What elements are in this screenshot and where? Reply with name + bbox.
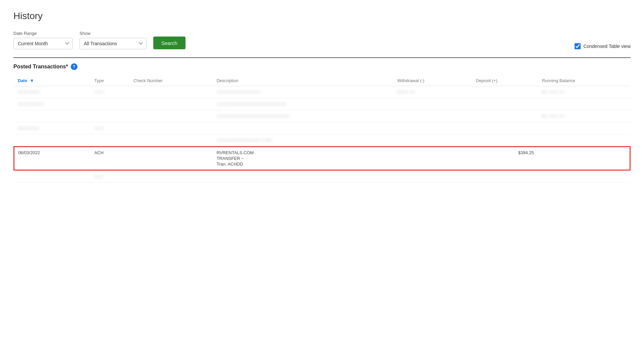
table-row[interactable]: 06/03/2022ACHRVRENTALS.COMTRANSFER ~Tran… bbox=[14, 146, 630, 170]
cell-date: 06/02/2022 bbox=[14, 122, 90, 134]
cell-deposit bbox=[472, 86, 538, 98]
cell-date: XXXXXXXXX bbox=[14, 98, 90, 110]
cell-type bbox=[90, 110, 129, 122]
cell-running-balance: $X,XXX.XX bbox=[538, 86, 630, 98]
cell-deposit: $394.25 bbox=[472, 146, 538, 170]
cell-date bbox=[14, 170, 90, 183]
section-divider bbox=[13, 57, 631, 58]
table-row[interactable]: XXXXXXXXXXXXXXXXXXXXXXXXXXXXXXXXX bbox=[14, 98, 630, 110]
date-range-select[interactable]: Current Month Last Month Last 3 Months L… bbox=[13, 38, 73, 49]
cell-withdrawal bbox=[393, 134, 472, 147]
cell-description bbox=[213, 122, 393, 134]
table-row[interactable]: XXXXXXXXXXXXXXX.COM bbox=[14, 134, 630, 147]
cell-description bbox=[213, 170, 393, 183]
search-button[interactable]: Search bbox=[153, 37, 185, 49]
cell-check-number bbox=[129, 170, 213, 183]
date-range-label: Date Range bbox=[13, 31, 73, 36]
cell-withdrawal: $XXX.XX bbox=[393, 86, 472, 98]
page-title: History bbox=[13, 11, 631, 21]
filter-row: Date Range Current Month Last Month Last… bbox=[13, 31, 185, 49]
col-header-check: Check Number bbox=[129, 75, 213, 86]
col-header-withdrawal: Withdrawal (-) bbox=[393, 75, 472, 86]
show-label: Show bbox=[79, 31, 147, 36]
cell-description: RVRENTALS.COMTRANSFER ~Tran: ACHDD bbox=[213, 146, 393, 170]
cell-description: XXXXXXXXXXXXXXX.COM bbox=[213, 134, 393, 147]
page-container: History Date Range Current Month Last Mo… bbox=[0, 0, 644, 193]
table-row[interactable]: ACH bbox=[14, 170, 630, 183]
col-header-type: Type bbox=[90, 75, 129, 86]
cell-date: 06/03/2022 bbox=[14, 146, 90, 170]
description-line: TRANSFER ~ bbox=[217, 156, 389, 161]
cell-date bbox=[14, 134, 90, 147]
section-title-text: Posted Transactions* bbox=[13, 64, 68, 70]
top-controls: Date Range Current Month Last Month Last… bbox=[13, 31, 631, 49]
cell-check-number bbox=[129, 98, 213, 110]
cell-running-balance bbox=[538, 98, 630, 110]
condensed-view-control: Condensed Table view bbox=[575, 43, 631, 49]
cell-check-number bbox=[129, 134, 213, 147]
cell-date bbox=[14, 110, 90, 122]
cell-check-number bbox=[129, 122, 213, 134]
cell-check-number bbox=[129, 86, 213, 98]
table-row[interactable]: 06/02/2022ACH bbox=[14, 122, 630, 134]
cell-running-balance bbox=[538, 122, 630, 134]
cell-type: ACH bbox=[90, 122, 129, 134]
col-header-deposit: Deposit (+) bbox=[472, 75, 538, 86]
cell-description: XXXXXXXXXXXXXXXXXXXXXXXX bbox=[213, 98, 393, 110]
cell-check-number bbox=[129, 146, 213, 170]
table-row[interactable]: XXXXXXXXXXXXXXXXXXXXXXXXX$X,XXX.XX bbox=[14, 110, 630, 122]
cell-running-balance bbox=[538, 170, 630, 183]
condensed-view-checkbox[interactable] bbox=[575, 43, 581, 49]
cell-deposit bbox=[472, 170, 538, 183]
cell-running-balance bbox=[538, 146, 630, 170]
cell-withdrawal bbox=[393, 98, 472, 110]
cell-type bbox=[90, 134, 129, 147]
cell-description: XXXXXXXXXXXXXXXXXXXXXXXXX bbox=[213, 110, 393, 122]
cell-withdrawal bbox=[393, 170, 472, 183]
col-header-description: Description bbox=[213, 75, 393, 86]
description-line: Tran: ACHDD bbox=[217, 162, 389, 167]
cell-withdrawal bbox=[393, 146, 472, 170]
col-header-running-balance: Running Balance bbox=[538, 75, 630, 86]
condensed-view-label: Condensed Table view bbox=[583, 44, 631, 49]
cell-deposit bbox=[472, 110, 538, 122]
cell-date: 06/01/2022 bbox=[14, 86, 90, 98]
posted-transactions-section: Posted Transactions* ? Date ▼ Type Check… bbox=[13, 63, 631, 183]
description-line: RVRENTALS.COM bbox=[217, 150, 389, 155]
table-row[interactable]: 06/01/2022ACHXXXXXXXXXXXXXXX$XXX.XX$X,XX… bbox=[14, 86, 630, 98]
show-select[interactable]: All Transactions Deposits Only Withdrawa… bbox=[79, 38, 147, 49]
cell-type: ACH bbox=[90, 146, 129, 170]
transactions-table: Date ▼ Type Check Number Description Wit… bbox=[13, 75, 631, 183]
cell-running-balance: $X,XXX.XX bbox=[538, 110, 630, 122]
col-header-date[interactable]: Date ▼ bbox=[14, 75, 90, 86]
show-group: Show All Transactions Deposits Only With… bbox=[79, 31, 147, 49]
help-icon[interactable]: ? bbox=[71, 63, 77, 70]
cell-check-number bbox=[129, 110, 213, 122]
cell-type: ACH bbox=[90, 86, 129, 98]
section-title-row: Posted Transactions* ? bbox=[13, 63, 631, 70]
cell-deposit bbox=[472, 134, 538, 147]
cell-deposit bbox=[472, 122, 538, 134]
date-range-group: Date Range Current Month Last Month Last… bbox=[13, 31, 73, 49]
cell-type bbox=[90, 98, 129, 110]
cell-withdrawal bbox=[393, 122, 472, 134]
table-header-row: Date ▼ Type Check Number Description Wit… bbox=[14, 75, 630, 86]
cell-running-balance bbox=[538, 134, 630, 147]
cell-description: XXXXXXXXXXXXXXX bbox=[213, 86, 393, 98]
sort-arrow-icon: ▼ bbox=[30, 78, 34, 83]
cell-withdrawal bbox=[393, 110, 472, 122]
cell-deposit bbox=[472, 98, 538, 110]
cell-type: ACH bbox=[90, 170, 129, 183]
